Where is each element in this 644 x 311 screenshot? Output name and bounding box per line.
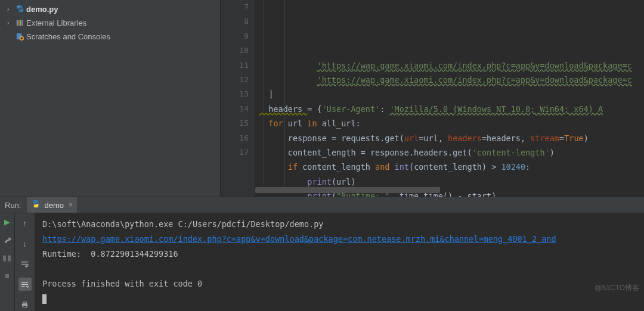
gutter-line-number[interactable]: 8	[221, 14, 249, 29]
svg-rect-10	[23, 301, 27, 303]
project-tree-item-scratches[interactable]: Scratches and Consoles	[0, 30, 220, 43]
svg-rect-4	[21, 20, 23, 26]
arrow-up-icon[interactable]: ↑	[18, 217, 32, 230]
chevron-right-icon: ›	[7, 6, 16, 13]
close-icon[interactable]: ×	[69, 201, 73, 209]
gutter-line-number[interactable]: 7	[221, 0, 249, 14]
console-line: D:\soft\Anaconda\python.exe C:/Users/pdc…	[42, 217, 644, 232]
code-editor[interactable]: 7891011121314151617 'https://wap.game.xi…	[221, 0, 644, 197]
gutter-line-number[interactable]: 17	[221, 145, 249, 160]
editor-horizontal-scrollbar[interactable]	[255, 187, 642, 193]
watermark-text: @51CTO博客	[595, 283, 639, 293]
python-icon	[32, 200, 41, 210]
project-tree-item-external-libraries[interactable]: › External Libraries	[0, 16, 220, 30]
run-toolbar-nav: ↑ ↓	[15, 213, 35, 311]
libraries-icon	[16, 18, 26, 27]
svg-rect-2	[18, 20, 20, 26]
run-toolbar-left: ▶ ▮▮ ■	[0, 213, 15, 311]
code-line[interactable]: 'https://wap.game.xiaomi.com/index.php?c…	[259, 73, 644, 87]
project-tool-window[interactable]: › demo.py › External Libraries Scratches…	[0, 0, 221, 197]
console-line: Runtime: 0.8722901344299316	[42, 247, 644, 262]
run-label: Run:	[0, 201, 27, 210]
gutter-line-number[interactable]: 9	[221, 29, 249, 43]
wrench-icon[interactable]	[2, 235, 12, 244]
editor-gutter[interactable]: 7891011121314151617	[221, 0, 255, 197]
tree-item-label: Scratches and Consoles	[26, 32, 110, 41]
tree-item-label: External Libraries	[26, 18, 86, 27]
tree-item-label: demo.py	[26, 5, 58, 14]
gutter-line-number[interactable]: 12	[221, 73, 249, 87]
run-icon[interactable]: ▶	[2, 217, 12, 226]
console-line	[42, 262, 644, 276]
scratches-icon	[16, 32, 26, 41]
svg-rect-3	[20, 20, 21, 26]
gutter-line-number[interactable]: 13	[221, 87, 249, 101]
run-tool-header: Run: demo ×	[0, 197, 644, 213]
code-line[interactable]: headers = {'User-Agent': 'Mozilla/5.0 (W…	[259, 102, 644, 116]
print-icon[interactable]	[18, 298, 32, 311]
gutter-line-number[interactable]: 14	[221, 102, 249, 116]
project-tree-item-demo[interactable]: › demo.py	[0, 2, 220, 16]
svg-rect-11	[23, 306, 27, 307]
console-cursor	[42, 294, 47, 304]
svg-rect-8	[20, 38, 23, 39]
console-line: Process finished with exit code 0	[42, 276, 644, 291]
gutter-line-number[interactable]: 10	[221, 43, 249, 58]
svg-point-0	[18, 6, 19, 7]
gutter-line-number[interactable]: 11	[221, 58, 249, 73]
gutter-line-number[interactable]: 15	[221, 116, 249, 130]
editor-code-area[interactable]: 'https://wap.game.xiaomi.com/index.php?c…	[255, 0, 644, 197]
svg-rect-1	[17, 20, 18, 26]
code-line[interactable]: content_length = response.headers.get('c…	[259, 145, 644, 160]
code-line[interactable]: for url in all_url:	[259, 116, 644, 130]
stop-icon[interactable]: ■	[2, 270, 12, 280]
run-tab-label: demo	[44, 201, 64, 210]
code-line[interactable]: if content_length and int(content_length…	[259, 160, 644, 174]
code-line[interactable]: response = requests.get(url=url, headers…	[259, 131, 644, 145]
scroll-to-end-icon[interactable]	[18, 278, 32, 291]
chevron-right-icon: ›	[7, 20, 16, 26]
pause-icon[interactable]: ▮▮	[2, 253, 12, 262]
code-line[interactable]: 'https://wap.game.xiaomi.com/index.php?c…	[259, 58, 644, 73]
arrow-down-icon[interactable]: ↓	[18, 237, 32, 250]
soft-wrap-icon[interactable]	[18, 257, 32, 270]
console-line: https://wap.game.xiaomi.com/index.php?c=…	[42, 232, 644, 247]
run-tab-demo[interactable]: demo ×	[27, 197, 78, 213]
python-file-icon	[16, 5, 26, 14]
scrollbar-thumb[interactable]	[255, 187, 440, 193]
gutter-line-number[interactable]: 16	[221, 131, 249, 145]
console-output[interactable]: D:\soft\Anaconda\python.exe C:/Users/pdc…	[35, 213, 644, 311]
code-line[interactable]: ]	[259, 87, 644, 101]
run-tool-window: Run: demo × ▶ ▮▮ ■ ↑ ↓	[0, 197, 644, 311]
console-link[interactable]: https://wap.game.xiaomi.com/index.php?c=…	[42, 234, 556, 244]
